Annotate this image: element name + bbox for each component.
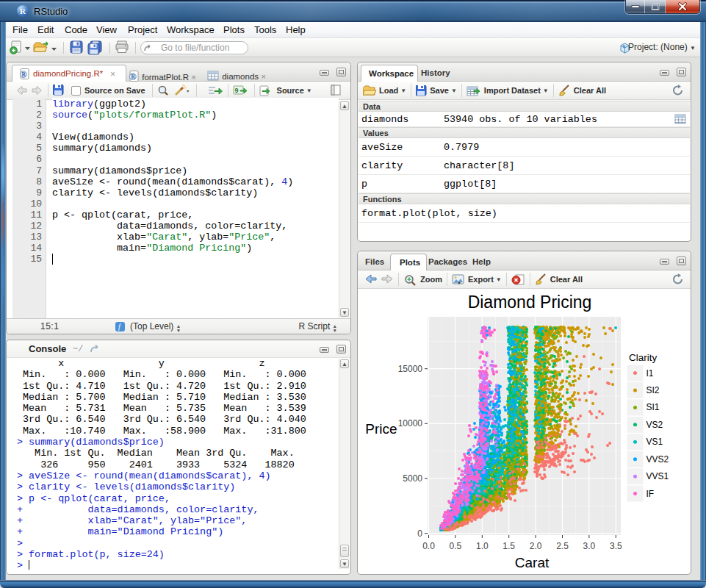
svg-text:R: R: [22, 71, 26, 78]
svg-text:SI1: SI1: [646, 402, 660, 412]
svg-text:1.5: 1.5: [503, 541, 515, 551]
svg-text:1.0: 1.0: [476, 541, 489, 551]
svg-text:9: 9: [234, 87, 238, 94]
svg-text:2.5: 2.5: [556, 541, 569, 551]
svg-text:VVS2: VVS2: [646, 454, 669, 465]
svg-text:10000: 10000: [398, 418, 423, 429]
svg-text:VS1: VS1: [646, 437, 663, 447]
svg-text:SI2: SI2: [646, 385, 660, 395]
svg-text:0.0: 0.0: [422, 541, 435, 551]
svg-text:I1: I1: [646, 368, 654, 379]
svg-text:VVS1: VVS1: [646, 471, 669, 481]
svg-text:3.5: 3.5: [610, 541, 622, 551]
svg-text:15000: 15000: [398, 364, 423, 374]
svg-text:Carat: Carat: [515, 555, 550, 570]
svg-text:3.0: 3.0: [583, 541, 596, 551]
svg-text:R: R: [132, 74, 136, 80]
svg-text:Diamond Pricing: Diamond Pricing: [468, 293, 592, 312]
svg-text:Price: Price: [365, 421, 397, 437]
svg-text:Clarity: Clarity: [629, 352, 658, 363]
svg-text:0.5: 0.5: [450, 541, 462, 551]
svg-text:VS2: VS2: [646, 420, 663, 430]
svg-text:2.0: 2.0: [530, 541, 542, 551]
svg-text:5000: 5000: [403, 473, 422, 484]
svg-text:0: 0: [417, 528, 422, 539]
svg-text:R: R: [623, 44, 626, 49]
svg-text:IF: IF: [646, 489, 655, 499]
